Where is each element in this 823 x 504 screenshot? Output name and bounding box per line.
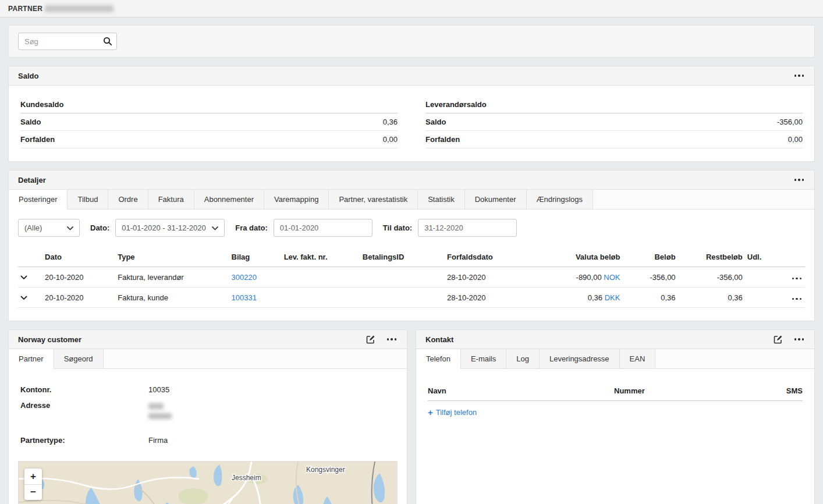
search-input[interactable]: [18, 33, 117, 50]
col-bilag: Bilag: [229, 247, 282, 267]
tab-log[interactable]: Log: [506, 349, 540, 368]
col-type: Type: [115, 247, 229, 267]
zoom-out-button[interactable]: −: [24, 484, 42, 500]
date-range-select[interactable]: 01-01-2020 - 31-12-2020: [115, 219, 225, 237]
tab-abonnementer[interactable]: Abonnementer: [194, 190, 264, 209]
cell-lev-fakt-nr: [282, 288, 360, 308]
postings-header-row: Dato Type Bilag Lev. fakt. nr. Betalings…: [18, 247, 805, 267]
adresse-label: Adresse: [20, 401, 148, 410]
bilag-link[interactable]: 100331: [232, 293, 257, 302]
tab-ean[interactable]: EAN: [620, 349, 656, 368]
tab-ordre[interactable]: Ordre: [108, 190, 148, 209]
cell-forfaldsdato: 28-10-2020: [445, 267, 535, 288]
detaljer-panel: Detaljer Posteringer Tilbud Ordre Faktur…: [8, 170, 815, 321]
tab-aendringslogs[interactable]: Ændringslogs: [527, 190, 594, 209]
col-forfaldsdato: Forfaldsdato: [445, 247, 535, 267]
currency-link[interactable]: NOK: [604, 273, 620, 282]
cell-belob: -356,00: [622, 267, 677, 288]
tab-partner-varestatistik[interactable]: Partner, varestatistik: [329, 190, 418, 209]
field-adresse: Adresse: [20, 397, 395, 427]
field-partnertype: Partnertype: Firma: [20, 432, 395, 448]
edit-icon[interactable]: [774, 335, 783, 344]
tab-varemapping[interactable]: Varemapping: [264, 190, 329, 209]
kontakt-panel: Kontakt Telefon E-mails Log Leveringsadr…: [416, 329, 815, 504]
fra-dato-input[interactable]: 01-01-2020: [274, 219, 373, 237]
chevron-down-icon: [212, 223, 218, 232]
tab-dokumenter[interactable]: Dokumenter: [465, 190, 527, 209]
cell-betalingsid: [360, 288, 445, 308]
kontonr-value: 10035: [148, 385, 395, 394]
map[interactable]: + −: [18, 461, 398, 504]
kontakt-tabstrip: Telefon E-mails Log Leveringsadresse EAN: [416, 349, 814, 369]
tab-telefon[interactable]: Telefon: [416, 349, 461, 369]
chevron-down-icon: [67, 223, 73, 232]
table-row: 20-10-2020 Faktura, leverandør 300220 28…: [18, 267, 805, 288]
col-sms: SMS: [768, 386, 803, 395]
cell-dato: 20-10-2020: [42, 288, 115, 308]
redacted-address: [148, 401, 395, 423]
tab-posteringer[interactable]: Posteringer: [9, 190, 68, 210]
saldo-panel-title: Saldo: [18, 72, 38, 80]
supplier-balance-title: Leverandørsaldo: [425, 96, 803, 113]
redacted-partner-name: [45, 5, 113, 12]
row-more-options-button[interactable]: [791, 275, 803, 282]
detaljer-tabstrip: Posteringer Tilbud Ordre Faktura Abonnem…: [9, 190, 814, 210]
type-filter-select[interactable]: (Alle): [18, 219, 80, 237]
balance-label: Saldo: [425, 118, 446, 126]
detaljer-more-options-button[interactable]: [793, 176, 806, 183]
cell-udl: [745, 267, 773, 288]
tab-leveringsadresse[interactable]: Leveringsadresse: [540, 349, 620, 368]
balance-value: 0,00: [788, 135, 803, 144]
col-belob: Beløb: [622, 247, 677, 267]
dato-filter-label: Dato:: [90, 223, 109, 232]
col-nummer: Nummer: [614, 386, 768, 395]
customer-balance-column: Kundesaldo Saldo 0,36 Forfalden 0,00: [20, 96, 398, 148]
cell-restbelob: 0,36: [678, 288, 745, 308]
tab-statistik[interactable]: Statistik: [418, 190, 465, 209]
tab-tilbud[interactable]: Tilbud: [68, 190, 108, 209]
balance-value: 0,00: [383, 135, 398, 144]
row-more-options-button[interactable]: [791, 296, 803, 303]
col-restbelob: Restbeløb: [678, 247, 745, 267]
saldo-more-options-button[interactable]: [793, 72, 806, 79]
tab-faktura[interactable]: Faktura: [148, 190, 194, 209]
titlebar: PARTNER: [0, 0, 823, 17]
col-navn: Navn: [428, 386, 614, 395]
partner-more-options-button[interactable]: [386, 336, 398, 343]
postings-table: Dato Type Bilag Lev. fakt. nr. Betalings…: [18, 247, 805, 308]
add-phone-button[interactable]: + Tilføj telefon: [428, 401, 803, 424]
bilag-link[interactable]: 300220: [232, 273, 257, 282]
expand-row-chevron-down-icon[interactable]: [20, 273, 27, 282]
kontakt-panel-title: Kontakt: [425, 335, 453, 344]
partnertype-label: Partnertype:: [20, 436, 148, 445]
tab-partner[interactable]: Partner: [9, 349, 54, 369]
cell-restbelob: -356,00: [678, 267, 745, 288]
supplier-balance-column: Leverandørsaldo Saldo -356,00 Forfalden …: [425, 96, 803, 148]
til-dato-input[interactable]: 31-12-2020: [418, 219, 517, 237]
cell-lev-fakt-nr: [282, 267, 360, 288]
tab-emails[interactable]: E-mails: [461, 349, 506, 368]
til-dato-label: Til dato:: [383, 223, 412, 232]
kontakt-more-options-button[interactable]: [793, 336, 806, 343]
til-dato-value: 31-12-2020: [424, 223, 463, 232]
plus-icon: +: [428, 408, 433, 417]
currency-link[interactable]: DKK: [605, 293, 620, 302]
partner-panel: Norway customer Partner Søgeord Kontonr.…: [8, 329, 407, 504]
zoom-in-button[interactable]: +: [24, 468, 42, 484]
page-title: PARTNER: [8, 5, 42, 13]
customer-balance-title: Kundesaldo: [20, 96, 398, 113]
balance-row: Saldo -356,00: [425, 113, 803, 131]
balance-label: Saldo: [20, 118, 41, 126]
tab-soegeord[interactable]: Søgeord: [54, 349, 104, 368]
cell-valuta-belob: -890,00: [576, 273, 602, 282]
table-row: 20-10-2020 Faktura, kunde 100331 28-10-2…: [18, 288, 805, 308]
fra-dato-value: 01-01-2020: [280, 223, 319, 232]
edit-icon[interactable]: [366, 335, 375, 344]
field-kontonr: Kontonr. 10035: [20, 382, 395, 397]
balance-row: Saldo 0,36: [20, 113, 398, 131]
search-icon[interactable]: [103, 37, 112, 48]
map-zoom-control: + −: [24, 468, 42, 500]
expand-row-chevron-down-icon[interactable]: [20, 293, 27, 302]
add-phone-label: Tilføj telefon: [436, 408, 477, 417]
partnertype-value: Firma: [148, 436, 395, 445]
